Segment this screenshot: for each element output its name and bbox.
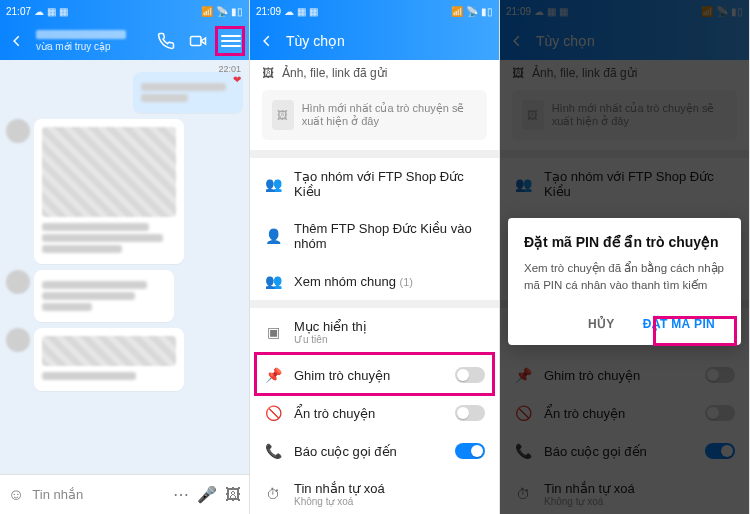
media-header-label: Ảnh, file, link đã gửi (282, 66, 387, 80)
panel-dialog: 21:09 ☁ ▦ ▦ 📶 📡 ▮▯ Tùy chọn 🖼Ảnh, file, … (500, 0, 750, 514)
wifi-icon: 📡 (466, 6, 478, 17)
row-call-alert[interactable]: 📞 Báo cuộc gọi đến (250, 432, 499, 470)
chat-title-blurred (36, 30, 126, 39)
row-label: Xem nhóm chung (1) (294, 274, 485, 289)
row-view-groups[interactable]: 👥 Xem nhóm chung (1) (250, 262, 499, 300)
options-list: 🖼 Ảnh, file, link đã gửi 🖼 Hình mới nhất… (250, 60, 499, 514)
row-label: Thêm FTP Shop Đức Kiều vào nhóm (294, 221, 485, 251)
app-dot-icon: ▦ (47, 6, 56, 17)
row-hide[interactable]: 🚫 Ẩn trò chuyện (250, 394, 499, 432)
status-bar: 21:07 ☁ ▦ ▦ 📶 📡 ▮▯ (0, 0, 249, 22)
group-add-icon: 👥 (264, 176, 282, 192)
back-icon[interactable] (258, 34, 276, 48)
pin-dialog: Đặt mã PIN để ẩn trò chuyện Xem trò chuy… (508, 218, 741, 345)
hide-icon: 🚫 (264, 405, 282, 421)
app-dot-icon: ▦ (297, 6, 306, 17)
app-dot-icon-2: ▦ (59, 6, 68, 17)
more-icon[interactable]: ⋯ (173, 485, 189, 504)
sticker-icon[interactable]: ☺ (8, 486, 24, 504)
avatar[interactable] (6, 328, 30, 352)
chat-body: 22:01 ❤ (0, 60, 249, 474)
row-pin[interactable]: 📌 Ghim trò chuyện (250, 356, 499, 394)
groups-icon: 👥 (264, 273, 282, 289)
cloud-icon: ☁ (34, 6, 44, 17)
row-label: Ghim trò chuyện (294, 368, 443, 383)
video-icon[interactable] (189, 32, 207, 50)
dialog-title: Đặt mã PIN để ẩn trò chuyện (524, 234, 725, 250)
timer-icon: ⏱ (264, 486, 282, 502)
avatar[interactable] (6, 119, 30, 143)
wifi-icon: 📡 (216, 6, 228, 17)
signal-icon: 📶 (451, 6, 463, 17)
row-auto-delete[interactable]: ⏱ Tin nhắn tự xoá Không tự xoá (250, 470, 499, 514)
options-title: Tùy chọn (286, 33, 491, 49)
pin-icon: 📌 (264, 367, 282, 383)
heart-icon: ❤ (233, 74, 241, 85)
row-label: Mục hiển thị Ưu tiên (294, 319, 485, 345)
incoming-bubble[interactable] (34, 328, 184, 391)
call-alert-icon: 📞 (264, 443, 282, 459)
toggle-hide[interactable] (455, 405, 485, 421)
menu-icon[interactable] (221, 31, 241, 51)
media-empty-text: Hình mới nhất của trò chuyện sẽ xuất hiệ… (302, 102, 477, 128)
avatar[interactable] (6, 270, 30, 294)
battery-icon: ▮▯ (231, 6, 243, 17)
confirm-button[interactable]: ĐẶT MÃ PIN (633, 309, 725, 339)
toggle-pin[interactable] (455, 367, 485, 383)
message-timestamp: 22:01 ❤ (218, 64, 241, 85)
incoming-bubble[interactable] (34, 270, 174, 322)
row-label: Tạo nhóm với FTP Shop Đức Kiều (294, 169, 485, 199)
toggle-call-alert[interactable] (455, 443, 485, 459)
row-label: Báo cuộc gọi đến (294, 444, 443, 459)
incoming-bubble[interactable] (34, 119, 184, 264)
row-display[interactable]: ▣ Mục hiển thị Ưu tiên (250, 308, 499, 356)
battery-icon: ▮▯ (481, 6, 493, 17)
chat-header: vừa mới truy cập (0, 22, 249, 60)
panel-options: 21:09 ☁ ▦ ▦ 📶 📡 ▮▯ Tùy chọn 🖼 Ảnh, file,… (250, 0, 500, 514)
message-input-bar: ☺ Tin nhắn ⋯ 🎤 🖼 (0, 474, 249, 514)
person-add-icon: 👤 (264, 228, 282, 244)
svg-rect-0 (191, 37, 202, 46)
row-label: Tin nhắn tự xoá Không tự xoá (294, 481, 485, 507)
image-icon[interactable]: 🖼 (225, 486, 241, 504)
message-input[interactable]: Tin nhắn (32, 487, 165, 502)
status-time: 21:07 (6, 6, 31, 17)
voice-icon[interactable]: 🎤 (197, 485, 217, 504)
row-label: Ẩn trò chuyện (294, 406, 443, 421)
panel-chat: 21:07 ☁ ▦ ▦ 📶 📡 ▮▯ vừa mới truy cập (0, 0, 250, 514)
chat-subheader: vừa mới truy cập (36, 41, 147, 52)
media-icon: 🖼 (262, 66, 274, 80)
back-icon[interactable] (8, 34, 26, 48)
status-time: 21:09 (256, 6, 281, 17)
row-create-group[interactable]: 👥 Tạo nhóm với FTP Shop Đức Kiều (250, 158, 499, 210)
display-icon: ▣ (264, 324, 282, 340)
status-bar: 21:09 ☁ ▦ ▦ 📶 📡 ▮▯ (250, 0, 499, 22)
media-header-row[interactable]: 🖼 Ảnh, file, link đã gửi (250, 60, 499, 84)
dialog-body: Xem trò chuyện đã ẩn bằng cách nhập mã P… (524, 260, 725, 293)
call-icon[interactable] (157, 32, 175, 50)
cancel-button[interactable]: HỦY (578, 309, 625, 339)
cloud-icon: ☁ (284, 6, 294, 17)
row-add-member[interactable]: 👤 Thêm FTP Shop Đức Kiều vào nhóm (250, 210, 499, 262)
options-header: Tùy chọn (250, 22, 499, 60)
thumb-icon: 🖼 (272, 100, 294, 130)
app-dot-icon-2: ▦ (309, 6, 318, 17)
signal-icon: 📶 (201, 6, 213, 17)
media-preview-empty: 🖼 Hình mới nhất của trò chuyện sẽ xuất h… (262, 90, 487, 140)
